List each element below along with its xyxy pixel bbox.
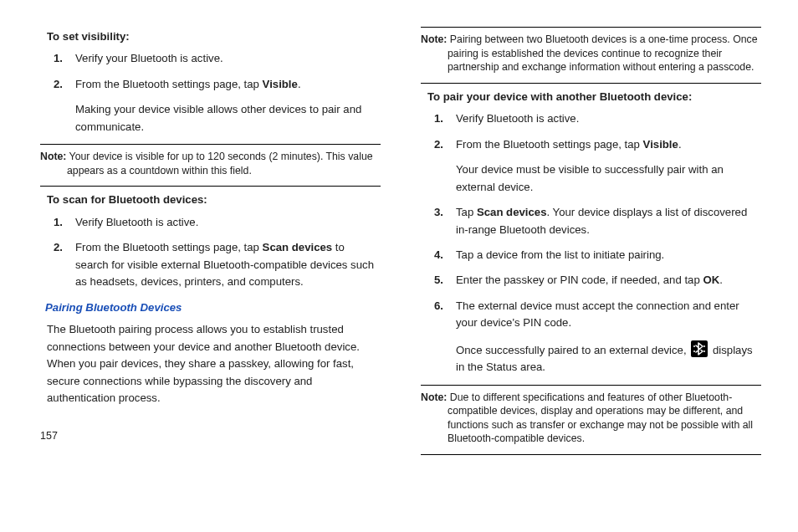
inline-bold: Scan devices [477,206,547,218]
step-text: From the Bluetooth settings page, tap [75,78,263,90]
step-item: Tap Scan devices. Your device displays a… [456,204,761,238]
steps-pair: Verify Bluetooth is active. From the Blu… [421,110,761,376]
note-label: Note: [40,151,66,162]
note-text: Due to different specifications and feat… [447,391,753,445]
step-text: The external device must accept the conn… [456,299,739,329]
note-text: Pairing between two Bluetooth devices is… [447,33,757,73]
steps-visibility: Verify your Bluetooth is active. From th… [40,50,381,136]
divider [40,144,381,145]
section-title-pair: To pair your device with another Bluetoo… [427,89,761,105]
step-text: Verify Bluetooth is active. [456,112,579,125]
step-item: The external device must accept the conn… [456,298,761,376]
step-item: From the Bluetooth settings page, tap Vi… [456,136,761,196]
note-label: Note: [421,33,447,45]
step-item: Enter the passkey or PIN code, if needed… [456,272,761,289]
page-number: 157 [40,428,381,444]
left-column: To set visibility: Verify your Bluetooth… [40,27,381,515]
step-text: From the Bluetooth settings page, tap [75,241,263,253]
step-text: Once successfully paired to an external … [456,344,689,356]
step-text: From the Bluetooth settings page, tap [456,138,643,151]
manual-page: To set visibility: Verify your Bluetooth… [0,0,798,532]
section-title-visibility: To set visibility: [47,28,381,45]
inline-bold: Scan devices [263,241,333,253]
steps-scan: Verify Bluetooth is active. From the Blu… [40,214,381,291]
step-item: Tap a device from the list to initiate p… [456,247,761,263]
note-block: Note: Your device is visible for up to 1… [40,150,381,177]
inline-bold: Visible [643,138,678,151]
step-text: Verify Bluetooth is active. [75,216,198,228]
section-title-scan: To scan for Bluetooth devices: [47,192,381,208]
step-item: Verify Bluetooth is active. [75,214,381,231]
step-continuation: Once successfully paired to an external … [456,340,761,376]
note-block: Note: Due to different specifications an… [421,391,761,446]
step-item: From the Bluetooth settings page, tap Sc… [75,239,381,290]
step-text: . [298,78,301,90]
inline-bold: Visible [263,78,298,90]
subheading-pairing: Pairing Bluetooth Devices [45,299,381,316]
step-text: Enter the passkey or PIN code, if needed… [456,274,703,286]
step-item: Verify Bluetooth is active. [456,110,761,127]
inline-bold: OK [703,274,719,286]
step-continuation: Making your device visible allows other … [75,101,381,136]
step-text: Tap a device from the list to initiate p… [456,248,664,261]
divider [40,186,381,187]
step-text: Verify your Bluetooth is active. [75,52,223,64]
note-text: Your device is visible for up to 120 sec… [66,151,372,176]
step-text: . [719,274,723,286]
right-column: Note: Pairing between two Bluetooth devi… [421,27,761,515]
step-item: Verify your Bluetooth is active. [75,50,381,67]
bluetooth-paired-icon [691,340,708,357]
divider [421,454,761,455]
step-item: From the Bluetooth settings page, tap Vi… [75,76,381,136]
pairing-paragraph: The Bluetooth pairing process allows you… [47,321,374,407]
step-continuation: Your device must be visible to successfu… [456,161,761,196]
divider [421,27,761,28]
note-label: Note: [421,391,447,403]
step-text: . [678,138,682,151]
divider [421,83,761,84]
step-text: Tap [456,206,477,218]
note-block: Note: Pairing between two Bluetooth devi… [421,33,761,74]
divider [421,385,761,386]
